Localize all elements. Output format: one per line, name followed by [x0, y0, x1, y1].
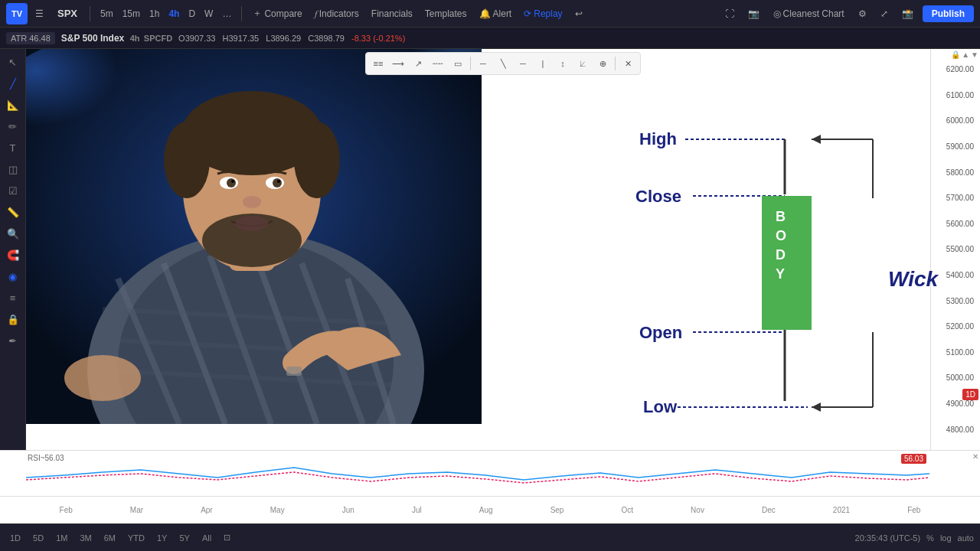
- tf-5m[interactable]: 5m: [96, 7, 117, 21]
- period-1y[interactable]: 1Y: [153, 532, 171, 544]
- camera-button[interactable]: 📷: [743, 6, 764, 21]
- undo-button[interactable]: ↩: [570, 6, 587, 21]
- tf-more[interactable]: …: [218, 7, 235, 21]
- lock-tool[interactable]: 🔒: [3, 309, 23, 329]
- financials-button[interactable]: Financials: [367, 6, 417, 21]
- svg-text:Low: Low: [643, 397, 678, 416]
- separator-1: [90, 6, 90, 21]
- tf-d[interactable]: D: [185, 7, 199, 21]
- axis-lock[interactable]: 🔒: [951, 51, 960, 59]
- measure-tool[interactable]: 📏: [3, 202, 23, 222]
- dt-btn-11[interactable]: ⟀: [573, 54, 592, 73]
- svg-text:Wick: Wick: [888, 267, 939, 291]
- svg-point-25: [277, 180, 280, 183]
- period-ytd[interactable]: YTD: [124, 532, 149, 544]
- expand-button[interactable]: ⤢: [876, 6, 893, 21]
- period-6m[interactable]: 6M: [100, 532, 119, 544]
- period-5d[interactable]: 5D: [29, 532, 47, 544]
- dt-btn-10[interactable]: ↕: [554, 54, 572, 73]
- time-label-feb: Feb: [60, 506, 73, 514]
- text-tool[interactable]: T: [3, 138, 23, 158]
- rsi-price-badge: 1D: [962, 389, 978, 400]
- menu-button[interactable]: ☰: [31, 6, 48, 21]
- candle-svg: High Close B O D Y: [635, 110, 942, 450]
- indicators-button[interactable]: 𝑓 Indicators: [310, 6, 364, 21]
- alert-button[interactable]: 🔔 Alert: [475, 6, 517, 21]
- dt-btn-5[interactable]: ▭: [449, 54, 467, 73]
- dt-btn-2[interactable]: ⟶: [389, 54, 407, 73]
- svg-point-29: [64, 355, 141, 401]
- alert-icon: 🔔: [479, 8, 491, 19]
- fullscreen-button[interactable]: ⛶: [720, 6, 739, 21]
- tf-w[interactable]: W: [201, 7, 217, 21]
- time-label-apr: Apr: [201, 506, 213, 514]
- rsi-value-badge: 56.03: [901, 454, 926, 464]
- line-tool[interactable]: 📐: [3, 95, 23, 115]
- time-label-2021: 2021: [833, 506, 850, 514]
- time-label-jun: Jun: [342, 506, 354, 514]
- svg-point-27: [235, 216, 269, 231]
- axis-down[interactable]: ▼: [971, 51, 978, 59]
- left-toolbar: ↖ ╱ 📐 ✏ T ◫ ☑ 📏 🔍 🧲 ◉ ≡ 🔒 ✒: [0, 49, 26, 450]
- rsi-chart: [26, 451, 929, 497]
- dt-btn-7[interactable]: ╲: [494, 54, 512, 73]
- period-all[interactable]: All: [198, 532, 215, 544]
- dt-btn-6[interactable]: ─: [474, 54, 492, 73]
- period-1d[interactable]: 1D: [6, 532, 24, 544]
- time-label-sep: Sep: [550, 506, 564, 514]
- chart-area[interactable]: ≡≡ ⟶ ↗ ╌╌ ▭ ─ ╲ ─ | ↕ ⟀ ⊕ ✕: [26, 49, 980, 450]
- publish-button[interactable]: Publish: [923, 5, 974, 22]
- active-tool[interactable]: ◉: [3, 266, 23, 286]
- compare-button[interactable]: ＋ Compare: [248, 5, 306, 22]
- auto-label[interactable]: auto: [958, 533, 974, 543]
- rsi-controls: ✕: [972, 452, 978, 461]
- snapshot-button[interactable]: 📸: [897, 6, 918, 21]
- fib-tool[interactable]: ☑: [3, 181, 23, 201]
- dt-btn-4[interactable]: ╌╌: [429, 54, 447, 73]
- templates-button[interactable]: Templates: [420, 6, 472, 21]
- period-3m[interactable]: 3M: [76, 532, 95, 544]
- tf-1h[interactable]: 1h: [145, 7, 163, 21]
- draw-tool[interactable]: ╱: [3, 73, 23, 93]
- zoom-tool[interactable]: 🔍: [3, 223, 23, 243]
- pattern-tool[interactable]: ◫: [3, 159, 23, 179]
- pen-tool[interactable]: ✏: [3, 116, 23, 136]
- dt-btn-3[interactable]: ↗: [409, 54, 427, 73]
- magnet-tool[interactable]: 🧲: [3, 245, 23, 265]
- tradingview-logo: TV: [6, 3, 28, 24]
- pencil-tool[interactable]: ✒: [3, 331, 23, 350]
- cursor-tool[interactable]: ↖: [3, 52, 23, 72]
- svg-text:Y: Y: [776, 266, 785, 282]
- dt-btn-9[interactable]: |: [534, 54, 552, 73]
- replay-button[interactable]: ⟳ Replay: [519, 6, 567, 21]
- cleanest-chart-button[interactable]: ◎ Cleanest Chart: [769, 6, 849, 21]
- period-custom[interactable]: ⊡: [220, 531, 234, 544]
- separator-2: [241, 6, 242, 21]
- layers-tool[interactable]: ≡: [3, 288, 23, 308]
- svg-rect-28: [286, 367, 302, 376]
- log-label[interactable]: log: [940, 533, 952, 543]
- replay-icon: ⟳: [524, 8, 531, 19]
- tf-4h[interactable]: 4h: [165, 7, 183, 21]
- cleanest-icon: ◎: [773, 8, 781, 19]
- percent-label[interactable]: %: [926, 533, 934, 543]
- svg-text:Close: Close: [635, 187, 681, 206]
- settings-button[interactable]: ⚙: [854, 6, 871, 21]
- svg-point-18: [294, 122, 340, 198]
- dt-btn-1[interactable]: ≡≡: [369, 54, 387, 73]
- period-5y[interactable]: 5Y: [175, 532, 193, 544]
- symbol-label[interactable]: SPX: [51, 8, 83, 19]
- toolbar-right: ⛶ 📷 ◎ Cleanest Chart ⚙ ⤢ 📸 Publish: [720, 5, 974, 22]
- axis-up[interactable]: ▲: [962, 51, 969, 59]
- dt-btn-12[interactable]: ⊕: [593, 54, 612, 73]
- top-toolbar: TV ☰ SPX 5m 15m 1h 4h D W … ＋ Compare 𝑓 …: [0, 0, 980, 28]
- price-level: 6200.00: [934, 65, 977, 73]
- dt-close[interactable]: ✕: [619, 54, 637, 73]
- svg-text:D: D: [776, 247, 786, 262]
- period-1m[interactable]: 1M: [52, 532, 71, 544]
- svg-text:High: High: [639, 129, 677, 148]
- rsi-close[interactable]: ✕: [972, 452, 978, 461]
- video-overlay: | |Hq ·c0 C0: [26, 49, 482, 424]
- tf-15m[interactable]: 15m: [119, 7, 144, 21]
- dt-btn-8[interactable]: ─: [514, 54, 532, 73]
